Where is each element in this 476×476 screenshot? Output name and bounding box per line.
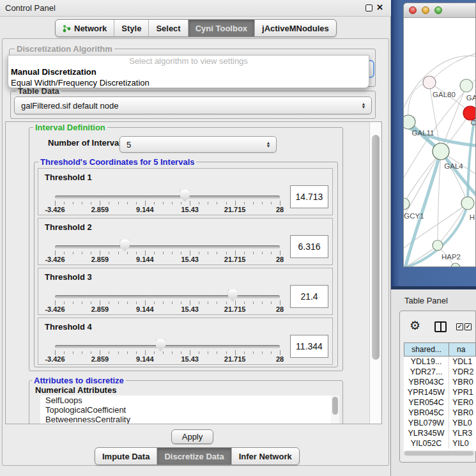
tick-mark — [253, 302, 254, 304]
threshold-value-input[interactable]: 21.4 — [290, 285, 328, 308]
table-cell[interactable]: YPR1 — [449, 387, 476, 397]
tick-mark — [244, 252, 245, 254]
number-of-intervals-combobox[interactable]: 5 ▲▼ — [119, 136, 277, 153]
network-view-window[interactable]: GAL80GAGAL11CGAL4GCY1HHAP2 — [403, 3, 476, 267]
table-row[interactable]: YDL19...YDL1 — [404, 357, 476, 367]
checkbox-icon[interactable]: ✓ — [464, 323, 472, 330]
network-window-titlebar[interactable] — [404, 3, 476, 18]
horizontal-scrollbar[interactable] — [404, 450, 475, 456]
tab-infer-network[interactable]: Infer Network — [232, 448, 299, 464]
network-node[interactable] — [404, 115, 415, 129]
checkbox-icon[interactable]: ✓ — [456, 323, 463, 330]
apply-button[interactable]: Apply — [171, 429, 213, 444]
table-cell[interactable]: YBL079W — [404, 418, 449, 428]
slider-thumb[interactable] — [228, 289, 238, 302]
slider-thumb[interactable] — [120, 240, 130, 252]
list-item[interactable]: BetweennessCentrality — [40, 415, 339, 424]
right-panel: GAL80GAGAL11CGAL4GCY1HHAP2 Table Panel ⚙… — [391, 0, 476, 476]
close-icon[interactable]: ✕ — [376, 3, 383, 12]
threshold-slider[interactable]: -3.4262.8599.14415.4321.71528 — [55, 169, 280, 216]
threshold-value-input[interactable]: 6.316 — [290, 235, 328, 258]
split-columns-icon[interactable] — [434, 321, 447, 332]
zoom-traffic-light-icon[interactable] — [434, 6, 442, 14]
threshold-value-input[interactable]: 14.713 — [290, 185, 328, 208]
minimize-traffic-light-icon[interactable] — [422, 6, 429, 14]
threshold-panel: Threshold 1-3.4262.8599.14415.4321.71528… — [38, 168, 333, 215]
float-window-icon[interactable] — [365, 4, 372, 12]
threshold-slider[interactable]: -3.4262.8599.14415.4321.71528 — [55, 268, 280, 316]
table-cell[interactable]: YER054C — [404, 397, 449, 408]
vertical-scrollbar-thumb[interactable] — [372, 135, 380, 360]
horizontal-scrollbar-thumb[interactable] — [404, 451, 473, 456]
list-scrollbar-thumb[interactable] — [332, 397, 338, 415]
algorithm-option-equal-width-frequency-discretization[interactable]: Equal Width/Frequency Discretization — [8, 77, 369, 88]
tick-mark — [136, 351, 137, 354]
tick-label: 28 — [276, 256, 284, 263]
table-rows: YDL19...YDL1YDR27...YDR2YBR043CYBR0YPR14… — [404, 357, 476, 449]
table-row[interactable]: YBR045CYBR0 — [404, 408, 476, 418]
table-cell[interactable]: YIL052C — [404, 438, 449, 449]
network-node[interactable] — [433, 240, 443, 250]
algorithm-option-manual-discretization[interactable]: Manual Discretization — [8, 66, 369, 77]
table-row[interactable]: YPR145WYPR1 — [404, 387, 476, 397]
tick-mark — [226, 351, 227, 354]
vertical-scrollbar[interactable] — [369, 122, 381, 424]
network-node[interactable] — [460, 79, 473, 92]
tick-mark — [91, 351, 91, 354]
table-row[interactable]: YBL079WYBL0 — [404, 418, 476, 428]
table-cell[interactable]: YBR045C — [404, 408, 449, 418]
slider-thumb[interactable] — [156, 339, 165, 351]
table-cell[interactable]: YDR2 — [449, 367, 476, 377]
close-traffic-light-icon[interactable] — [409, 6, 417, 14]
tab-network[interactable]: Network — [56, 20, 114, 36]
tab-label: Network — [74, 24, 107, 33]
table-row[interactable]: YIL052CYIL0 — [404, 438, 476, 449]
network-node[interactable] — [433, 143, 449, 160]
list-scrollbar[interactable] — [331, 395, 339, 424]
tab-discretize-data[interactable]: Discretize Data — [157, 448, 231, 464]
table-cell[interactable]: YBR043C — [404, 377, 449, 387]
tick-mark — [172, 302, 173, 304]
spinner-icon: ▲▼ — [358, 102, 369, 109]
table-cell[interactable]: YBL0 — [449, 418, 476, 428]
table-row[interactable]: YER054CYER0 — [404, 397, 476, 408]
table-cell[interactable]: YDR27... — [404, 367, 449, 377]
table-cell[interactable]: YDL1 — [449, 357, 476, 367]
tab-style[interactable]: Style — [114, 20, 149, 36]
table-data-combobox[interactable]: galFiltered.sif default node ▲▼ — [14, 96, 372, 114]
tab-impute-data[interactable]: Impute Data — [95, 448, 157, 464]
table-cell[interactable]: YER0 — [449, 397, 476, 408]
table-row[interactable]: YBR043CYBR0 — [404, 377, 476, 387]
list-item[interactable]: SelfLoops — [40, 395, 339, 405]
table-cell[interactable]: YLR345W — [404, 428, 449, 438]
threshold-slider[interactable]: -3.4262.8599.14415.4321.71528 — [55, 219, 280, 266]
table-header-row: shared...na — [404, 342, 476, 357]
tab-cyni-toolbox[interactable]: Cyni Toolbox — [188, 20, 255, 36]
threshold-value-input[interactable]: 11.344 — [290, 335, 328, 358]
slider-thumb[interactable] — [180, 190, 190, 202]
table-cell[interactable]: YBR0 — [449, 408, 476, 418]
node-label: GA — [466, 94, 476, 102]
gear-icon[interactable]: ⚙ — [410, 318, 420, 333]
table-cell[interactable]: YDL19... — [404, 357, 449, 367]
tab-jactivemnodules[interactable]: jActiveMNodules — [255, 20, 336, 36]
table-row[interactable]: YLR345WYLR3 — [404, 428, 476, 438]
table-cell[interactable]: YPR145W — [404, 387, 449, 397]
network-node[interactable] — [461, 197, 474, 210]
network-canvas[interactable]: GAL80GAGAL11CGAL4GCY1HHAP2 — [404, 18, 476, 267]
column-header[interactable]: na — [449, 342, 476, 357]
column-header[interactable]: shared... — [404, 342, 449, 357]
threshold-slider[interactable]: -3.4262.8599.14415.4321.71528 — [55, 318, 280, 365]
node-table: shared...na YDL19...YDL1YDR27...YDR2YBR0… — [404, 342, 476, 451]
tick-mark — [127, 252, 128, 254]
list-item[interactable]: TopologicalCoefficient — [40, 405, 339, 415]
tab-select[interactable]: Select — [149, 20, 188, 36]
table-cell[interactable]: YBR0 — [449, 377, 476, 387]
network-node[interactable] — [423, 76, 436, 89]
numerical-attributes-list[interactable]: SelfLoopsTopologicalCoefficientBetweenne… — [40, 395, 339, 424]
table-cell[interactable]: YLR3 — [449, 428, 476, 438]
network-node[interactable] — [463, 106, 476, 120]
table-cell[interactable]: YIL0 — [449, 438, 476, 449]
tick-mark — [145, 201, 146, 206]
table-row[interactable]: YDR27...YDR2 — [404, 367, 476, 377]
